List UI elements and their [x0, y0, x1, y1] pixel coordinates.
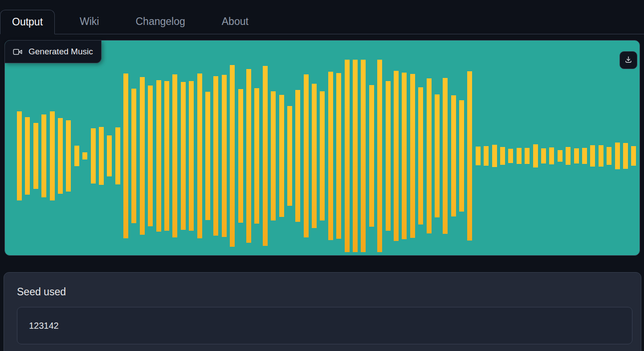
waveform-bar	[394, 71, 399, 241]
waveform-bar	[58, 118, 63, 194]
waveform-bar	[271, 91, 276, 220]
waveform-bar	[115, 127, 120, 184]
waveform-bar	[443, 78, 448, 234]
waveform-bar	[238, 89, 243, 223]
download-icon	[624, 55, 633, 65]
waveform-bar	[320, 91, 325, 220]
waveform-bar	[25, 117, 30, 195]
waveform-bar	[402, 73, 407, 239]
waveform-bar	[467, 71, 472, 241]
waveform-bar	[508, 149, 513, 163]
waveform-bar	[377, 60, 382, 252]
tab-output[interactable]: Output	[0, 10, 55, 34]
waveform-bar	[590, 145, 595, 167]
tab-about[interactable]: About	[210, 9, 260, 34]
waveform-bar	[451, 95, 456, 216]
waveform-bar	[623, 143, 628, 169]
seed-panel: Seed used	[4, 272, 641, 351]
waveform-bar	[164, 81, 169, 231]
waveform-bar	[459, 100, 464, 212]
waveform-bar	[607, 147, 611, 165]
waveform-bar	[263, 66, 268, 246]
download-button[interactable]	[620, 51, 637, 69]
waveform-bar	[517, 148, 522, 164]
waveform-bar	[386, 81, 391, 231]
waveform-bar	[427, 78, 432, 233]
waveform-bar	[189, 81, 194, 231]
waveform-bar	[533, 144, 538, 167]
waveform-bar	[287, 106, 292, 206]
waveform-bar	[181, 82, 186, 230]
waveform-bar	[353, 60, 358, 252]
generated-music-video-block[interactable]: Generated Music	[4, 40, 640, 256]
waveform-bar	[304, 74, 309, 237]
waveform-bar	[566, 147, 571, 165]
waveform-bar	[484, 146, 489, 166]
waveform-bar	[50, 111, 55, 200]
waveform-bar	[574, 148, 579, 163]
waveform-bar	[435, 94, 440, 217]
waveform-bar	[246, 69, 251, 243]
waveform-bar	[213, 76, 218, 236]
waveform-bar	[33, 123, 38, 189]
waveform-bar	[599, 145, 603, 167]
tab-changelog[interactable]: Changelog	[124, 9, 196, 34]
seed-input[interactable]	[17, 307, 632, 344]
waveform-bar	[549, 147, 554, 164]
waveform-bar	[123, 73, 128, 238]
waveform-bar	[279, 95, 284, 217]
waveform-bar	[82, 152, 87, 159]
video-camera-icon	[13, 47, 22, 57]
waveform-bar	[41, 114, 46, 197]
waveform-bar	[140, 77, 145, 235]
waveform-bar	[312, 84, 317, 228]
waveform-bar	[336, 73, 341, 239]
waveform-bar	[328, 72, 333, 240]
waveform-visualization	[5, 41, 640, 255]
waveform-bar	[525, 148, 530, 164]
waveform-bar	[172, 74, 177, 237]
waveform-bar	[156, 80, 161, 232]
waveform-bar	[254, 88, 259, 224]
waveform-bar	[205, 92, 210, 220]
waveform-bar	[99, 127, 104, 185]
tab-bar: Output Wiki Changelog About	[0, 0, 644, 34]
waveform-bar	[476, 147, 481, 165]
waveform-bar	[74, 146, 79, 166]
waveform-bar	[148, 86, 153, 226]
waveform-bar	[66, 120, 71, 192]
output-label-badge: Generated Music	[5, 41, 102, 63]
output-label-text: Generated Music	[29, 47, 93, 57]
waveform-bar	[17, 111, 22, 200]
app: Output Wiki Changelog About Generated Mu…	[0, 0, 644, 351]
waveform-bar	[558, 150, 562, 162]
waveform-bar	[418, 87, 423, 224]
waveform-bar	[369, 85, 374, 227]
waveform-bar	[361, 60, 366, 252]
waveform-bar	[131, 89, 136, 223]
waveform-bar	[631, 146, 636, 166]
waveform-bar	[541, 148, 546, 163]
waveform-bar	[230, 65, 235, 247]
waveform-bar	[500, 147, 505, 165]
seed-label: Seed used	[17, 286, 632, 298]
waveform-bar	[91, 128, 96, 184]
waveform-bar	[197, 73, 202, 238]
waveform-bar	[615, 143, 620, 169]
tab-wiki[interactable]: Wiki	[68, 9, 110, 34]
waveform-bar	[107, 135, 112, 176]
waveform-bar	[295, 90, 300, 222]
waveform-bar	[582, 148, 587, 164]
waveform-bar	[222, 75, 227, 237]
waveform-bar	[345, 60, 350, 252]
waveform-bar	[492, 145, 497, 167]
waveform-bar	[410, 74, 415, 238]
